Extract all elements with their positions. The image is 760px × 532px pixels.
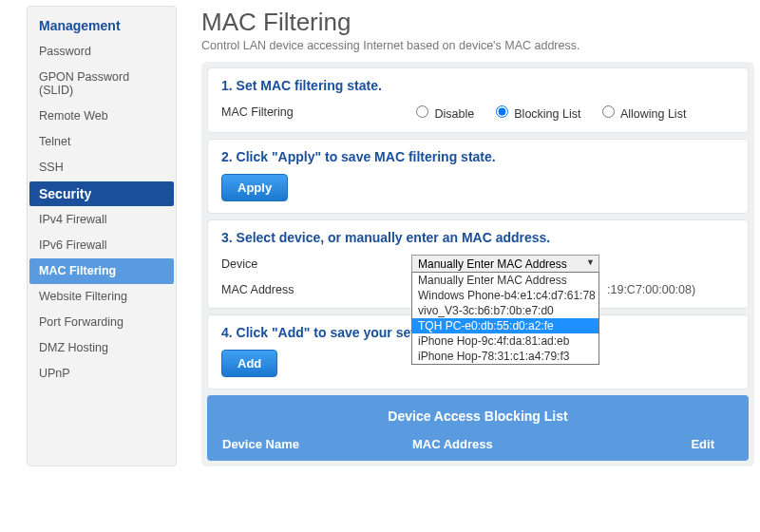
dropdown-option[interactable]: vivo_V3-3c:b6:b7:0b:e7:d0 (412, 303, 598, 318)
mac-filtering-label: MAC Filtering (221, 105, 411, 119)
dropdown-option[interactable]: Manually Enter MAC Address (412, 273, 598, 288)
sidebar-heading-management: Management (29, 10, 174, 39)
dropdown-option[interactable]: Windows Phone-b4:e1:c4:d7:61:78 (412, 288, 598, 303)
radio-blocking[interactable] (496, 105, 508, 118)
sidebar-item-upnp[interactable]: UPnP (29, 361, 174, 387)
col-device-name: Device Name (222, 437, 412, 451)
add-button[interactable]: Add (221, 350, 277, 377)
radio-disable-label[interactable]: Disable (411, 107, 474, 121)
device-label: Device (221, 257, 411, 271)
sidebar-item-remote-web[interactable]: Remote Web (29, 104, 174, 129)
mac-address-label: MAC Address (221, 283, 411, 296)
panel-device: 3. Select device, or manually enter an M… (207, 219, 749, 309)
page-title: MAC Filtering (201, 8, 754, 37)
col-mac-address: MAC Address (412, 437, 593, 451)
panel-device-heading: 3. Select device, or manually enter an M… (221, 230, 734, 245)
sidebar-heading-security: Security (29, 181, 174, 206)
radio-allowing[interactable] (602, 105, 615, 118)
apply-button[interactable]: Apply (221, 174, 288, 201)
dropdown-option[interactable]: iPhone Hop-78:31:c1:a4:79:f3 (412, 349, 598, 364)
panel-state-heading: 1. Set MAC filtering state. (221, 78, 734, 93)
device-dropdown: Manually Enter MAC Address Windows Phone… (411, 272, 599, 365)
sidebar-item-ipv4-firewall[interactable]: IPv4 Firewall (29, 207, 174, 233)
panel-apply-heading: 2. Click "Apply" to save MAC filtering s… (221, 149, 734, 164)
sidebar-item-password[interactable]: Password (29, 39, 174, 65)
sidebar-item-telnet[interactable]: Telnet (29, 129, 174, 155)
blocking-list-panel: Device Access Blocking List Device Name … (207, 395, 749, 461)
config-region: 1. Set MAC filtering state. MAC Filterin… (201, 62, 754, 466)
page-subtitle: Control LAN device accessing Internet ba… (201, 39, 754, 52)
sidebar-item-website-filtering[interactable]: Website Filtering (29, 284, 174, 310)
radio-blocking-label[interactable]: Blocking List (491, 107, 581, 121)
radio-disable[interactable] (416, 105, 428, 118)
sidebar-item-gpon-password[interactable]: GPON Password (SLID) (29, 65, 174, 104)
sidebar-item-port-forwarding[interactable]: Port Forwarding (29, 310, 174, 335)
dropdown-option[interactable]: iPhone Hop-9c:4f:da:81:ad:eb (412, 333, 598, 349)
radio-allowing-label[interactable]: Allowing List (598, 107, 686, 121)
panel-apply: 2. Click "Apply" to save MAC filtering s… (207, 139, 749, 214)
device-select[interactable]: Manually Enter MAC Address (411, 255, 599, 274)
sidebar-item-ssh[interactable]: SSH (29, 155, 174, 180)
sidebar-item-ipv6-firewall[interactable]: IPv6 Firewall (29, 233, 174, 258)
sidebar-item-mac-filtering[interactable]: MAC Filtering (29, 258, 174, 284)
sidebar: Management Password GPON Password (SLID)… (27, 6, 177, 466)
main-content: MAC Filtering Control LAN device accessi… (177, 6, 754, 466)
blocking-list-title: Device Access Blocking List (222, 408, 733, 424)
col-edit: Edit (593, 437, 733, 451)
dropdown-option-selected[interactable]: TQH PC-e0:db:55:d0:a2:fe (412, 318, 598, 333)
panel-state: 1. Set MAC filtering state. MAC Filterin… (207, 67, 749, 133)
mac-example-text: :19:C7:00:00:08) (607, 283, 695, 296)
sidebar-item-dmz-hosting[interactable]: DMZ Hosting (29, 335, 174, 361)
